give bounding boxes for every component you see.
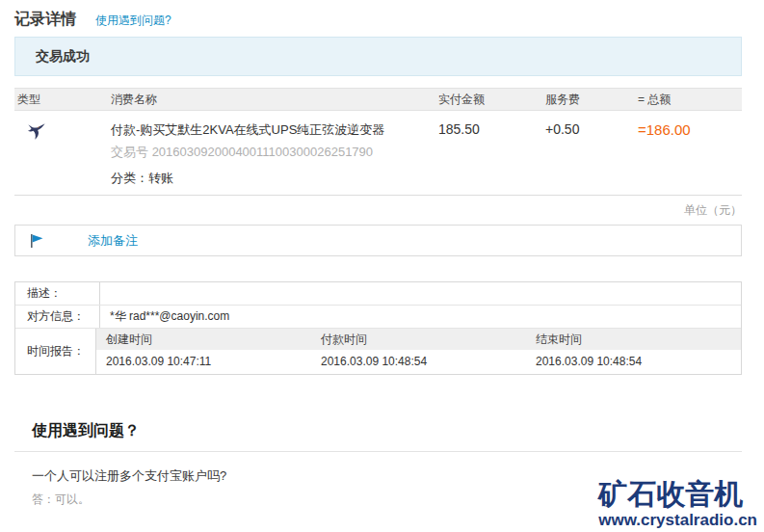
detail-label: 描述： xyxy=(15,282,100,305)
time-value-paid: 2016.03.09 10:48:54 xyxy=(311,350,526,374)
details-table: 描述： 对方信息： *华 rad***@caoyin.com 时间报告： 创建时… xyxy=(14,281,742,375)
flag-icon xyxy=(30,233,45,249)
trade-number-label: 交易号 xyxy=(111,145,148,159)
column-header-paid: 实付金额 xyxy=(438,89,545,110)
detail-label: 对方信息： xyxy=(15,306,100,328)
transaction-table: 类型 消费名称 实付金额 服务费 = 总额 付款-购买艾默生2KVA在线式U xyxy=(14,88,742,196)
table-bottom-divider xyxy=(14,195,742,196)
time-report: 创建时间 付款时间 结束时间 2016.03.09 10:47:11 2016.… xyxy=(96,329,741,374)
detail-label: 时间报告： xyxy=(15,329,96,374)
transaction-row: 付款-购买艾默生2KVA在线式UPS纯正弦波逆变器 交易号 2016030920… xyxy=(14,111,742,161)
transaction-category: 分类：转账 xyxy=(14,170,742,187)
memo-box: 添加备注 xyxy=(14,225,742,256)
page-title: 记录详情 xyxy=(14,10,76,30)
time-report-values: 2016.03.09 10:47:11 2016.03.09 10:48:54 … xyxy=(96,350,741,374)
service-fee-amount: +0.50 xyxy=(545,121,579,137)
time-header-paid: 付款时间 xyxy=(311,329,526,350)
column-header-name: 消费名称 xyxy=(111,89,438,110)
time-report-header: 创建时间 付款时间 结束时间 xyxy=(96,329,741,350)
watermark-title: 矿石收音机 xyxy=(598,478,757,510)
time-value-created: 2016.03.09 10:47:11 xyxy=(96,350,311,374)
time-header-created: 创建时间 xyxy=(96,329,311,350)
watermark-url: www.crystalradio.cn xyxy=(598,511,757,530)
add-note-link[interactable]: 添加备注 xyxy=(88,232,138,250)
total-amount-value: 186.00 xyxy=(646,121,691,138)
status-text: 交易成功 xyxy=(36,48,90,64)
detail-row-time-report: 时间报告： 创建时间 付款时间 结束时间 2016.03.09 10:47:11… xyxy=(15,329,741,374)
detail-row-description: 描述： xyxy=(15,282,741,306)
help-heading: 使用遇到问题？ xyxy=(32,421,742,441)
detail-row-counterparty: 对方信息： *华 rad***@caoyin.com xyxy=(15,306,741,329)
column-header-service-fee: 服务费 xyxy=(545,89,638,110)
column-header-total: = 总额 xyxy=(638,89,742,110)
time-header-finished: 结束时间 xyxy=(526,329,741,350)
column-header-type: 类型 xyxy=(14,89,111,110)
transaction-status-banner: 交易成功 xyxy=(14,37,742,76)
page-header: 记录详情 使用遇到问题? xyxy=(14,10,742,30)
total-equals-sign: = xyxy=(638,121,646,138)
transaction-table-header: 类型 消费名称 实付金额 服务费 = 总额 xyxy=(14,88,742,111)
record-detail-page: 记录详情 使用遇到问题? 交易成功 类型 消费名称 实付金额 服务费 = 总额 xyxy=(0,0,764,532)
paid-amount: 185.50 xyxy=(438,121,480,137)
trade-number: 交易号 20160309200040011100300026251790 xyxy=(111,144,438,161)
top-help-link[interactable]: 使用遇到问题? xyxy=(95,13,171,29)
total-amount: =186.00 xyxy=(638,121,691,138)
unit-note: 单位（元） xyxy=(14,202,742,219)
swallow-icon xyxy=(26,130,47,144)
watermark: 矿石收音机 www.crystalradio.cn xyxy=(598,478,757,530)
detail-value xyxy=(100,282,741,305)
help-divider xyxy=(14,451,742,452)
detail-value: *华 rad***@caoyin.com xyxy=(100,306,741,328)
trade-number-value: 20160309200040011100300026251790 xyxy=(152,145,373,159)
transaction-name: 付款-购买艾默生2KVA在线式UPS纯正弦波逆变器 xyxy=(111,121,438,139)
time-value-finished: 2016.03.09 10:48:54 xyxy=(526,350,741,374)
